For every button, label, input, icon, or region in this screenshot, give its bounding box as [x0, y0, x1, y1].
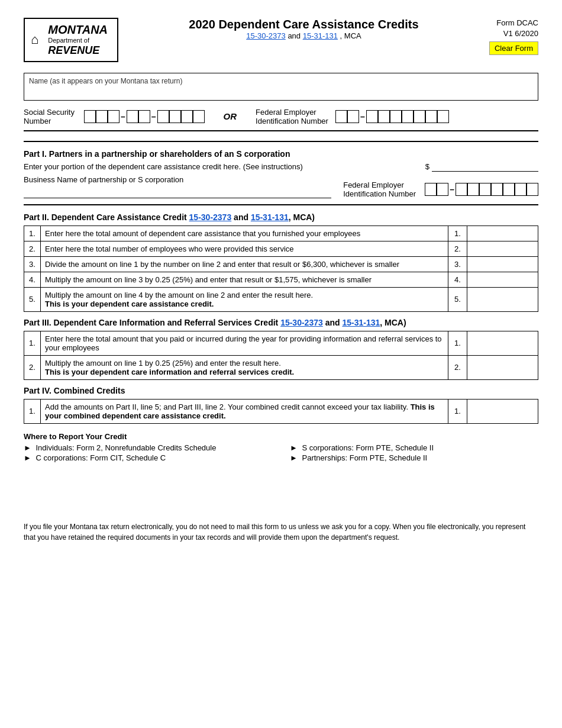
- mca-text: , MCA: [340, 31, 361, 40]
- p2-num-3: 3.: [24, 256, 41, 272]
- p4-input-1[interactable]: [471, 407, 534, 415]
- link-15-30-2373[interactable]: 15-30-2373: [246, 31, 286, 40]
- p2-amount-2[interactable]: [467, 241, 538, 256]
- fein-d3[interactable]: [366, 110, 378, 123]
- ssn-d5[interactable]: [138, 110, 150, 123]
- fein-d6[interactable]: [402, 110, 414, 123]
- part3-link1[interactable]: 15-30-2373: [280, 318, 323, 327]
- footer: If you file your Montana tax return elec…: [24, 521, 538, 543]
- table-row: 2. Enter here the total number of employ…: [24, 241, 538, 256]
- p2-line-2: 2.: [448, 241, 467, 256]
- p2-line-5: 5.: [448, 287, 467, 311]
- fein-d8[interactable]: [425, 110, 437, 123]
- ssn-d3[interactable]: [108, 110, 119, 123]
- p4-amount-1[interactable]: [467, 399, 538, 423]
- p2-input-3[interactable]: [471, 260, 534, 269]
- ssn-part1: [84, 110, 119, 123]
- ssn-group: – –: [84, 110, 205, 123]
- part2-table: 1. Enter here the total amount of depend…: [24, 226, 538, 312]
- form-title: 2020 Dependent Care Assistance Credits: [130, 18, 477, 31]
- where-to-report: Where to Report Your Credit ► Individual…: [24, 432, 538, 462]
- p1-fein-dash: –: [450, 185, 454, 194]
- p4-line-1: 1.: [448, 399, 467, 423]
- part2-mca: , MCA): [289, 212, 315, 222]
- part1-biz-input[interactable]: [24, 185, 331, 194]
- ssn-d4[interactable]: [127, 110, 138, 123]
- p2-num-5: 5.: [24, 287, 41, 311]
- p2-num-4: 4.: [24, 272, 41, 287]
- where-item-2: ► S corporations: Form PTE, Schedule II: [290, 443, 538, 452]
- p2-input-4[interactable]: [471, 275, 534, 284]
- ssn-d6[interactable]: [157, 110, 169, 123]
- part1-header: Part I. Partners in a partnership or sha…: [24, 149, 538, 159]
- part1-amount-input[interactable]: [432, 162, 538, 171]
- form-id: Form DCAC: [489, 18, 538, 28]
- p2-amount-1[interactable]: [467, 226, 538, 241]
- where-title: Where to Report Your Credit: [24, 432, 538, 441]
- p2-line-3: 3.: [448, 256, 467, 272]
- p2-amount-3[interactable]: [467, 256, 538, 272]
- p1-fein-d5[interactable]: [479, 183, 491, 196]
- fein-d1[interactable]: [335, 110, 347, 123]
- p3-line-2: 2.: [448, 355, 467, 379]
- arrow-icon-3: ►: [290, 453, 298, 462]
- p2-amount-4[interactable]: [467, 272, 538, 287]
- p3-input-1[interactable]: [471, 339, 534, 347]
- part1-biz-input-line[interactable]: [24, 185, 331, 198]
- fein-d5[interactable]: [390, 110, 402, 123]
- ssn-d8[interactable]: [181, 110, 193, 123]
- ssn-d1[interactable]: [84, 110, 96, 123]
- page-header: ⌂ MONTANA Department of REVENUE 2020 Dep…: [24, 18, 538, 62]
- part4-header: Part IV. Combined Credits: [24, 386, 538, 395]
- fein-d2[interactable]: [347, 110, 359, 123]
- p3-amount-2[interactable]: [467, 355, 538, 379]
- logo-text: MONTANA Department of REVENUE: [48, 22, 108, 57]
- p1-fein-d1[interactable]: [425, 183, 437, 196]
- ssn-d7[interactable]: [169, 110, 181, 123]
- form-version: V1 6/2020: [489, 28, 538, 39]
- where-item-1-text: C corporations: Form CIT, Schedule C: [36, 453, 166, 462]
- ssn-dash1: –: [121, 112, 125, 121]
- p2-input-5[interactable]: [471, 295, 534, 304]
- link-15-31-131[interactable]: 15-31-131: [303, 31, 338, 40]
- p3-input-2[interactable]: [471, 363, 534, 372]
- p1-fein-d7[interactable]: [503, 183, 515, 196]
- p2-desc-5-bold: This is your dependent care assistance c…: [45, 299, 214, 308]
- fein-d4[interactable]: [378, 110, 390, 123]
- fein-d7[interactable]: [414, 110, 425, 123]
- where-item-0: ► Individuals: Form 2, Nonrefundable Cre…: [24, 443, 272, 452]
- ssn-part3: [157, 110, 205, 123]
- where-item-1: ► C corporations: Form CIT, Schedule C: [24, 453, 272, 462]
- where-item-0-text: Individuals: Form 2, Nonrefundable Credi…: [36, 443, 217, 452]
- p2-desc-2: Enter here the total number of employees…: [41, 241, 448, 256]
- table-row: 5. Multiply the amount on line 4 by the …: [24, 287, 538, 311]
- part2-link1[interactable]: 15-30-2373: [189, 212, 232, 222]
- p2-input-1[interactable]: [471, 229, 534, 238]
- table-row: 3. Divide the amount on line 1 by the nu…: [24, 256, 538, 272]
- p3-desc-2-text: Multiply the amount on line 1 by 0.25 (2…: [45, 359, 281, 368]
- part3-link2[interactable]: 15-31-131: [342, 318, 380, 327]
- part2-and: and: [231, 212, 251, 222]
- p1-fein-d6[interactable]: [491, 183, 503, 196]
- part1-amount-line[interactable]: [432, 162, 538, 172]
- part2-link2[interactable]: 15-31-131: [251, 212, 289, 222]
- p1-fein-d2[interactable]: [437, 183, 448, 196]
- fein-d9[interactable]: [437, 110, 449, 123]
- part2-header: Part II. Dependent Care Assistance Credi…: [24, 212, 538, 222]
- clear-form-button[interactable]: Clear Form: [489, 41, 538, 55]
- part1-fein-area: Federal EmployerIdentification Number –: [343, 181, 538, 198]
- ssn-d9[interactable]: [193, 110, 205, 123]
- id-row: Social SecurityNumber – – OR Federal Emp…: [24, 108, 538, 131]
- p2-amount-5[interactable]: [467, 287, 538, 311]
- p3-desc-1: Enter here the total amount that you pai…: [41, 331, 448, 355]
- p1-fein-d9[interactable]: [527, 183, 538, 196]
- name-input[interactable]: [29, 88, 533, 96]
- p1-fein-d4[interactable]: [467, 183, 479, 196]
- p3-amount-1[interactable]: [467, 331, 538, 355]
- ssn-d2[interactable]: [96, 110, 108, 123]
- p2-input-2[interactable]: [471, 244, 534, 253]
- p1-fein-d8[interactable]: [515, 183, 527, 196]
- logo-dept: Department of: [48, 37, 108, 44]
- arrow-icon-0: ►: [24, 443, 31, 452]
- p1-fein-d3[interactable]: [456, 183, 467, 196]
